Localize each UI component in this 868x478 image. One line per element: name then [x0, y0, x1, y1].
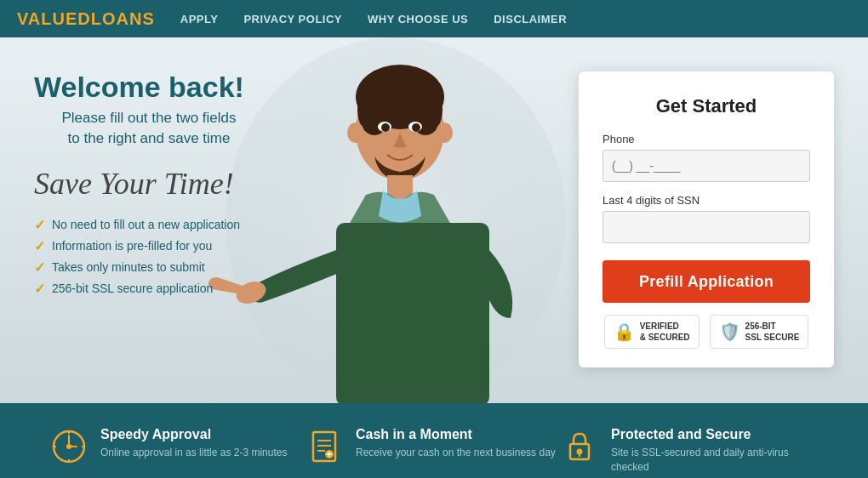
nav-links: APPLY PRIVACY POLICY WHY CHOOSE US DISCL… [180, 13, 567, 26]
svg-point-9 [381, 123, 390, 132]
footer-speedy: Speedy Approval Online approval in as li… [51, 427, 306, 472]
nav-privacy[interactable]: PRIVACY POLICY [243, 13, 342, 26]
logo-accent: LOANS [91, 9, 155, 28]
hero-left: Welcome back! Please fill out the two fi… [0, 37, 289, 327]
svg-point-30 [577, 449, 583, 455]
footer-strip: Speedy Approval Online approval in as li… [0, 403, 868, 478]
svg-point-10 [412, 123, 420, 132]
svg-point-6 [436, 122, 453, 143]
svg-point-5 [347, 122, 364, 143]
bullet-3: ✓Takes only minutes to submit [34, 259, 264, 276]
logo-main: VALUED [17, 9, 91, 28]
nav-disclaimer[interactable]: DISCLAIMER [494, 13, 567, 26]
bullet-4: ✓256-bit SSL secure application [34, 281, 264, 297]
checkmark-icon: ✓ [34, 259, 45, 276]
verified-badge: 🔒 VERIFIED & SECURED [604, 315, 700, 349]
phone-input[interactable] [602, 150, 810, 182]
prefill-button[interactable]: Prefill Application [602, 260, 810, 303]
ssl-icon: 🛡️ [719, 322, 740, 342]
ssn-input[interactable] [602, 211, 810, 243]
ssl-text: 256-BIT SSL SECURE [745, 321, 800, 343]
ssn-label: Last 4 digits of SSN [602, 194, 810, 207]
svg-rect-12 [336, 223, 489, 403]
secure-desc: Site is SSL-secured and daily anti-virus… [611, 446, 817, 475]
speedy-text: Speedy Approval Online approval in as li… [100, 427, 287, 460]
footer-cash: Cash in a Moment Receive your cash on th… [306, 427, 562, 472]
bullet-2: ✓Information is pre-filled for you [34, 238, 264, 254]
verified-icon: 🔒 [614, 322, 635, 342]
secure-text: Protected and Secure Site is SSL-secured… [611, 427, 817, 475]
checkmark-icon: ✓ [34, 217, 45, 233]
cash-text: Cash in a Moment Receive your cash on th… [356, 427, 556, 460]
speedy-desc: Online approval in as little as 2-3 minu… [100, 446, 287, 460]
form-card: Get Started Phone Last 4 digits of SSN P… [579, 71, 834, 367]
navbar: VALUEDLOANS APPLY PRIVACY POLICY WHY CHO… [0, 0, 868, 37]
nav-apply[interactable]: APPLY [180, 13, 219, 26]
secure-title: Protected and Secure [611, 427, 817, 442]
footer-secure: Protected and Secure Site is SSL-secured… [562, 427, 817, 475]
security-badges: 🔒 VERIFIED & SECURED 🛡️ 256-BIT SSL SECU… [602, 315, 810, 349]
phone-label: Phone [602, 133, 810, 145]
hero-heading: Welcome back! [34, 71, 264, 103]
cash-desc: Receive your cash on the next business d… [356, 446, 556, 460]
ssn-group: Last 4 digits of SSN [602, 194, 810, 243]
ssl-badge: 🛡️ 256-BIT SSL SECURE [710, 315, 809, 349]
hero-bullets: ✓No need to fill out a new application ✓… [34, 217, 264, 297]
verified-text: VERIFIED & SECURED [640, 321, 690, 343]
secure-icon [562, 429, 597, 472]
cash-title: Cash in a Moment [356, 427, 556, 442]
speedy-title: Speedy Approval [100, 427, 287, 442]
speedy-icon [51, 429, 87, 472]
hero-subtitle: Please fill out the two fields to the ri… [34, 108, 264, 149]
cash-icon [306, 429, 342, 472]
phone-group: Phone [602, 133, 810, 182]
bullet-1: ✓No need to fill out a new application [34, 217, 264, 233]
checkmark-icon: ✓ [34, 238, 45, 254]
logo[interactable]: VALUEDLOANS [17, 9, 155, 29]
form-title: Get Started [602, 95, 810, 117]
nav-why-choose-us[interactable]: WHY CHOOSE US [368, 13, 468, 26]
hero-section: Welcome back! Please fill out the two fi… [0, 37, 868, 403]
checkmark-icon: ✓ [34, 281, 45, 297]
hero-cursive: Save Your Time! [34, 166, 264, 202]
